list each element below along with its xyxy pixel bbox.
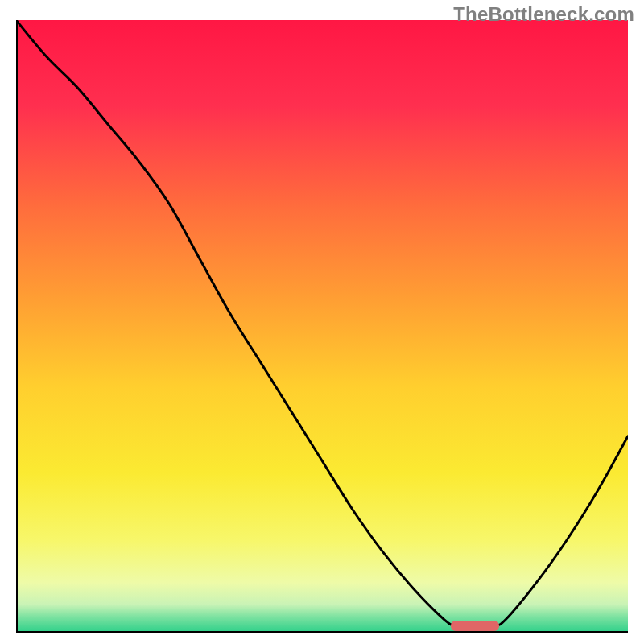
watermark-text: TheBottleneck.com (453, 3, 634, 26)
plot-area (16, 20, 628, 632)
bottleneck-curve (16, 20, 628, 632)
optimal-range-marker (451, 621, 500, 631)
bottleneck-chart: TheBottleneck.com (0, 0, 644, 644)
